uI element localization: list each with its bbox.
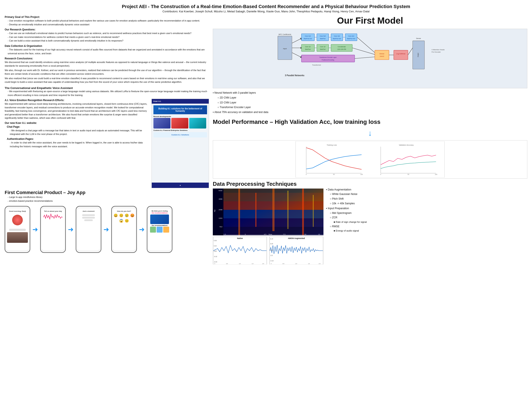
list-item: Can we build a voice assistant that is b… <box>8 39 209 43</box>
svg-rect-77 <box>287 191 289 229</box>
research-questions-section: Our Research Questions: Can we use an in… <box>5 28 209 43</box>
phone-mockup-1: Good morning, Danji <box>5 206 30 253</box>
svg-text:MaxPool 2x2: MaxPool 2x2 <box>304 38 312 39</box>
list-item: Use emotion recognition software to both… <box>8 19 209 23</box>
research-q-heading: Our Research Questions: <box>5 28 209 31</box>
website-card-row <box>153 118 207 128</box>
phone-mockup-5: We think you're feeling Our recommendati… <box>147 206 172 253</box>
website-bottom-bar: ▲ <box>152 183 209 188</box>
phone-screen-3: Just a moment <box>77 209 100 250</box>
research-conclusion-1: We discovered that we could identify emo… <box>5 60 209 67</box>
svg-rect-42 <box>394 50 408 60</box>
emoji-5: 😱 <box>119 219 123 223</box>
prep-item-9: Energy of audio signal <box>326 229 527 233</box>
website-card-3 <box>189 118 206 128</box>
svg-text:100: 100 <box>435 174 437 175</box>
svg-text:14x12: 14x12 <box>380 55 384 57</box>
list-item: emotion-based practice recommendations <box>8 199 209 203</box>
svg-text:Dense: Dense <box>380 53 384 55</box>
svg-text:10: 10 <box>304 234 306 235</box>
waveform-row: Native 0.06 0.02 0.00 -0.02 -0.04 <box>213 237 323 264</box>
svg-rect-7 <box>302 34 315 41</box>
emoji-4: 😡 <box>130 213 134 217</box>
rec-item-1 <box>150 227 156 233</box>
nn-bullet-2: 1D CNN Layer <box>213 100 527 105</box>
svg-text:100: 100 <box>360 174 363 175</box>
data-prep-section: Data Preprocessing Techniques <box>213 181 527 264</box>
page-contributors: Contributors: Kai Koerber, Joseph Schull… <box>5 10 527 13</box>
primary-goal-heading: Primary Goal of This Project: <box>5 16 209 19</box>
phone-screen-2: Tell us about your day <box>42 209 64 250</box>
nn-bullet-1: 2D CNN Layer <box>213 95 527 100</box>
left-column: Primary Goal of This Project: Use emotio… <box>5 16 209 264</box>
perf-chart-svg: Training Loss 0 50 100 Validation Accura… <box>214 141 526 177</box>
svg-rect-13 <box>331 34 343 41</box>
voice-assistant-heading: The Conversational and Empathetic Voice … <box>5 86 209 90</box>
svg-text:MaxPool: MaxPool <box>320 38 326 39</box>
data-collection-heading: Data Collection & Organization <box>5 44 209 47</box>
phone-bar-1 <box>9 229 26 231</box>
prep-item-2: Pitch Shift <box>326 197 527 201</box>
phone-screen-4: How do you feel? 😀 😊 😢 😡 😱 😐 <box>113 209 135 250</box>
svg-text:1.0: 1.0 <box>295 263 297 264</box>
svg-text:Transformer Encoder Layer: Transformer Encoder Layer <box>319 57 337 58</box>
waveform-native-svg: 0.06 0.02 0.00 -0.02 -0.04 0 0.5 1.0 1.5… <box>213 237 267 265</box>
svg-text:Positional Encoding: Positional Encoding <box>322 59 334 61</box>
waveform-augmented-svg: 0.15 0.05 0.00 -0.5 -0.10 0 0.5 1.0 1.5 … <box>269 237 323 265</box>
waveform-svg-2 <box>43 213 63 222</box>
phone-recommend-label: Our recommendations <box>152 212 168 214</box>
svg-text:2048: 2048 <box>219 209 222 211</box>
data-prep-left: Data Preprocessing Techniques <box>213 181 323 264</box>
svg-text:-0.5: -0.5 <box>270 255 273 256</box>
list-item: The datasets used for the training of ou… <box>8 48 209 55</box>
nn-bullet-3: Transformer Encoder Layer <box>213 105 527 110</box>
website-heading: Our new Koer A.I. website: <box>5 121 149 125</box>
svg-text:1.0: 1.0 <box>239 263 241 264</box>
svg-text:0.5: 0.5 <box>226 263 228 264</box>
list-item: Can we use an individual's emotional sta… <box>8 32 209 35</box>
voice-assistant-section: The Conversational and Empathetic Voice … <box>5 86 209 97</box>
svg-text:Conv 1D: Conv 1D <box>305 46 311 47</box>
ai-voice-heading: A.I. Voice Emotion Recognition Research … <box>5 99 149 102</box>
phone-text-3: Just a moment <box>82 210 95 212</box>
svg-text:Conv 3x3: Conv 3x3 <box>334 35 340 37</box>
nn-diagram: MFC Coefficients Input Conv 3x3 MaxPool … <box>213 29 527 88</box>
emoji-2: 😊 <box>119 213 123 217</box>
phone-icon-1 <box>12 215 23 225</box>
svg-rect-76 <box>272 189 274 231</box>
svg-text:4096: 4096 <box>219 198 222 200</box>
phone-progress-3 <box>84 219 93 221</box>
waveform-augmented-title: AWGN Augmented <box>288 237 305 239</box>
svg-rect-78 <box>302 189 304 235</box>
data-collection-list: The datasets used for the training of ou… <box>5 48 209 55</box>
phone-screen-5: We think you're feeling Our recommendati… <box>148 209 171 250</box>
svg-text:MaxPool 4x4: MaxPool 4x4 <box>333 38 341 39</box>
svg-text:1024: 1024 <box>219 217 222 219</box>
chat-page-list: We designed a chat page with a message b… <box>7 129 149 136</box>
prep-item-7: Rate of sign change for signal <box>326 220 527 224</box>
list-item: Can we make recommendations for wellness… <box>8 35 209 39</box>
phone-mockup-2: Tell us about your day <box>40 206 66 253</box>
prep-item-3: 10k -> 40k Samples <box>326 201 527 206</box>
prep-item-6: ZCR <box>326 215 527 220</box>
emoji-3: 😢 <box>125 213 129 217</box>
commercial-title: First Commercial Product – Joy App <box>5 190 209 195</box>
svg-rect-79 <box>313 195 314 227</box>
svg-text:0.02: 0.02 <box>214 245 217 247</box>
research-conclusion-3: We also realized that (since we could bu… <box>5 77 209 84</box>
svg-text:0.00: 0.00 <box>270 249 273 251</box>
svg-text:Conv 1D: Conv 1D <box>320 46 326 47</box>
svg-text:7.5: 7.5 <box>283 234 285 235</box>
phone-mockup-3: Just a moment <box>76 206 101 253</box>
svg-text:Validation Accuracy: Validation Accuracy <box>399 144 413 146</box>
svg-text:Conv 5x5: Conv 5x5 <box>320 35 326 37</box>
commercial-list: Large In-app mindfulness library emotion… <box>5 195 209 203</box>
website-cta: Custom A.I. Solutions <box>153 132 207 138</box>
prep-item-5: Mel Spectrogram <box>326 211 527 215</box>
svg-text:MaxPool: MaxPool <box>320 49 326 50</box>
rec-item-3 <box>163 227 169 233</box>
svg-rect-10 <box>317 34 329 41</box>
website-mockup: Koer A.I. Building A.I. solutions for th… <box>152 99 209 188</box>
svg-text:12: 12 <box>318 234 320 235</box>
primary-goal-section: Primary Goal of This Project: Use emotio… <box>5 16 209 26</box>
